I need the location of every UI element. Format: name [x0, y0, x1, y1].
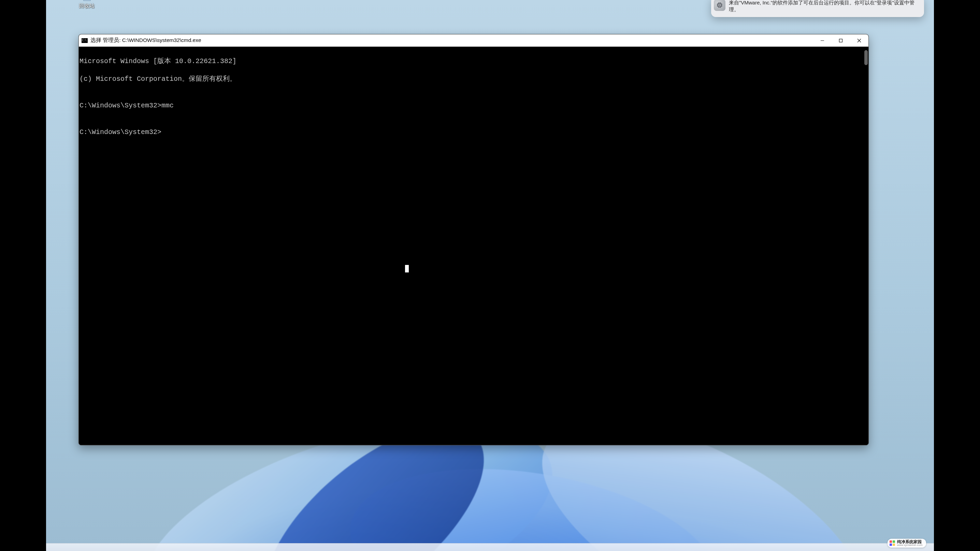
cmd-icon [81, 38, 88, 43]
terminal-line: (c) Microsoft Corporation。保留所有权利。 [80, 75, 868, 84]
vm-desktop-viewport: 回收站 选择 管理员: C:\WINDOWS\system32\cmd.exe … [46, 0, 934, 551]
window-controls [813, 35, 869, 46]
host-notification[interactable]: 来自"VMware, Inc."的软件添加了可在后台运行的项目。你可以在"登录项… [711, 0, 924, 17]
scrollbar-thumb[interactable] [864, 50, 868, 65]
watermark-logo-icon [889, 540, 895, 546]
desktop-icon-recycle-bin[interactable]: 回收站 [65, 0, 109, 9]
terminal-body[interactable]: Microsoft Windows [版本 10.0.22621.382] (c… [79, 47, 869, 445]
close-button[interactable] [850, 35, 869, 46]
titlebar[interactable]: 选择 管理员: C:\WINDOWS\system32\cmd.exe [79, 35, 869, 47]
selection-cursor [405, 265, 409, 272]
minimize-button[interactable] [813, 35, 832, 46]
svg-rect-1 [839, 39, 842, 42]
notification-text: 来自"VMware, Inc."的软件添加了可在后台运行的项目。你可以在"登录项… [729, 0, 920, 13]
watermark-url: www.sjzdaimei.com [897, 544, 923, 546]
window-title: 选择 管理员: C:\WINDOWS\system32\cmd.exe [91, 37, 201, 44]
taskbar[interactable] [46, 543, 934, 551]
maximize-button[interactable] [832, 35, 850, 46]
terminal-line: C:\Windows\System32>mmc [80, 101, 868, 110]
cmd-window[interactable]: 选择 管理员: C:\WINDOWS\system32\cmd.exe Micr… [78, 34, 869, 445]
settings-gear-icon [714, 0, 725, 11]
watermark-badge: 纯净系统家园 www.sjzdaimei.com [888, 539, 926, 548]
terminal-prompt-line: C:\Windows\System32> [80, 128, 868, 137]
desktop-icon-label: 回收站 [65, 3, 109, 9]
terminal-line: Microsoft Windows [版本 10.0.22621.382] [80, 57, 868, 66]
recycle-bin-icon [79, 0, 95, 2]
